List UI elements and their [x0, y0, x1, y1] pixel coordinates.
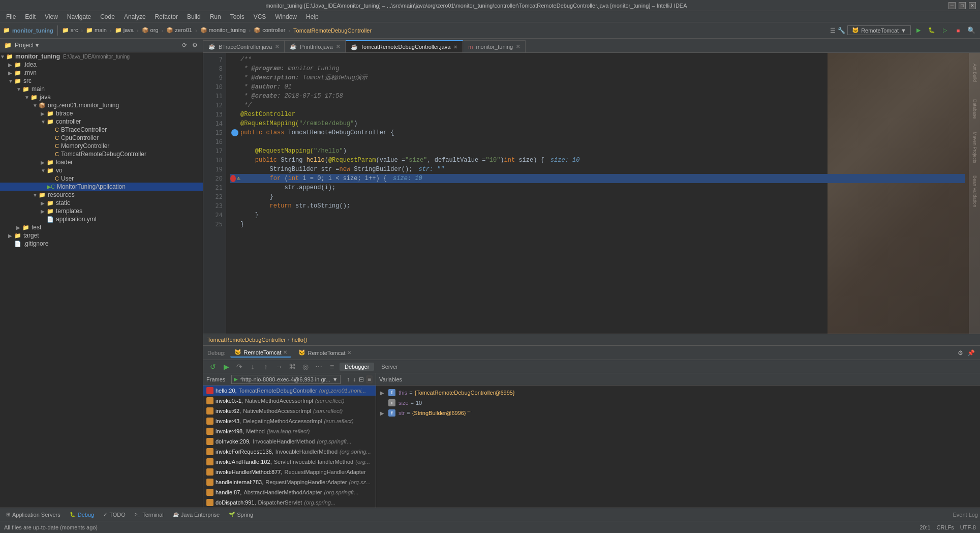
frame-doDispatch[interactable]: doDispatch:991, DispatcherServlet (org.s…	[203, 497, 376, 508]
tree-gitignore[interactable]: ▶ 📄 .gitignore	[0, 240, 203, 248]
menu-edit[interactable]: Edit	[21, 12, 40, 21]
tree-cpu-controller[interactable]: ▶ C CpuController	[0, 134, 203, 142]
event-log-btn[interactable]: Event Log	[953, 512, 978, 518]
menu-help[interactable]: Help	[302, 12, 323, 21]
bottom-tab-todo[interactable]: ✓ TODO	[99, 511, 130, 519]
stop-btn[interactable]: ■	[953, 25, 964, 36]
debug-settings-icon[interactable]: ⚙	[957, 348, 964, 358]
tab-close-btrace[interactable]: ✕	[275, 44, 279, 49]
menu-window[interactable]: Window	[271, 12, 301, 21]
frame-invoke498[interactable]: invoke:498, Method (java.lang.reflect)	[203, 426, 376, 436]
tab-close-printinfo[interactable]: ✕	[336, 44, 340, 49]
frames-down-icon[interactable]: ↓	[352, 375, 357, 384]
settings-icon[interactable]: ⚙	[191, 41, 199, 50]
menu-tools[interactable]: Tools	[226, 12, 249, 21]
tab-close-monitor[interactable]: ✕	[516, 44, 520, 49]
tree-vo[interactable]: ▼ 📁 vo	[0, 166, 203, 174]
tree-memory-controller[interactable]: ▶ C MemoryController	[0, 142, 203, 150]
debugger-tab[interactable]: Debugger	[340, 363, 374, 371]
breadcrumb-java[interactable]: 📁 java	[115, 27, 134, 34]
tree-user[interactable]: ▶ C User	[0, 174, 203, 183]
tab-btrace[interactable]: ☕ BTraceController.java ✕	[203, 40, 285, 52]
var-size[interactable]: ▶ i size = 10	[376, 398, 980, 408]
menu-analyze[interactable]: Analyze	[120, 12, 150, 21]
tree-app-yml[interactable]: ▶ 📄 application.yml	[0, 215, 203, 223]
bottom-tab-spring[interactable]: 🌱 Spring	[225, 511, 257, 519]
tree-src[interactable]: ▼ 📁 src	[0, 77, 203, 85]
debug-tab-close1[interactable]: ✕	[283, 349, 287, 355]
tree-templates[interactable]: ▶ 📁 templates	[0, 207, 203, 215]
breadcrumb-src[interactable]: 📁 src	[62, 27, 78, 34]
var-this[interactable]: ▶ f this = {TomcatRemoteDebugController@…	[376, 388, 980, 398]
tree-btrace-controller[interactable]: ▶ C BTraceController	[0, 126, 203, 134]
frames-filter-icon[interactable]: ⊟	[358, 375, 365, 384]
tree-btrace[interactable]: ▶ 📁 btrace	[0, 109, 203, 117]
bean-validation-icon[interactable]: Bean Validation	[969, 171, 981, 212]
maven-icon-side[interactable]: Maven Projects	[969, 127, 981, 168]
search-btn[interactable]: 🔍	[966, 25, 977, 36]
coverage-btn[interactable]: ▷	[939, 25, 951, 36]
resume-icon[interactable]: ▶	[221, 361, 232, 372]
frame-invokeForRequest[interactable]: invokeForRequest:136, InvocableHandlerMe…	[203, 447, 376, 457]
breadcrumb-zero01[interactable]: 📦 zero01	[166, 27, 192, 34]
bottom-tab-app-servers[interactable]: ⊞ Application Servers	[2, 511, 65, 519]
encoding[interactable]: UTF-8	[960, 524, 976, 530]
minimize-btn[interactable]: ─	[948, 2, 956, 9]
evaluate-icon[interactable]: ⌘	[287, 361, 298, 372]
sync-icon[interactable]: ⟳	[181, 41, 188, 50]
bottom-tab-java-enterprise[interactable]: ☕ Java Enterprise	[169, 511, 224, 519]
menu-code[interactable]: Code	[96, 12, 119, 21]
server-tab[interactable]: Server	[376, 363, 403, 371]
ant-build-icon[interactable]: Ant Build	[969, 55, 981, 91]
tree-tomcat-controller[interactable]: ▶ C TomcatRemoteDebugController	[0, 150, 203, 158]
step-over-icon[interactable]: ↷	[234, 361, 245, 372]
thread-selector[interactable]: ▶ *http-nio-8080-exec-4@6,993 in gr... ▼	[231, 375, 340, 384]
debug-tab-close2[interactable]: ✕	[347, 350, 351, 356]
tree-main-app[interactable]: ▶ ▶C MonitorTuningApplication	[0, 183, 203, 191]
var-str[interactable]: ▶ f str = {StringBuilder@6996} ""	[376, 408, 980, 418]
breadcrumb-org[interactable]: 📦 org	[142, 27, 159, 34]
tree-package[interactable]: ▼ 📦 org.zero01.monitor_tuning	[0, 101, 203, 109]
bottom-tab-terminal[interactable]: >_ Terminal	[131, 511, 168, 519]
menu-view[interactable]: View	[41, 12, 62, 21]
step-into-icon[interactable]: ↓	[247, 361, 258, 372]
frames-settings-icon[interactable]: ≡	[366, 375, 373, 383]
menu-file[interactable]: File	[2, 12, 20, 21]
tree-test[interactable]: ▶ 📁 test	[0, 223, 203, 231]
tree-root[interactable]: ▼ 📁 monitor_tuning E:\Java_IDEA\monitor_…	[0, 52, 203, 61]
breadcrumb-class[interactable]: TomcatRemoteDebugController	[293, 27, 372, 34]
tab-tomcat-debug[interactable]: ☕ TomcatRemoteDebugController.java ✕	[346, 40, 464, 52]
tree-mvn[interactable]: ▶ 📁 .mvn	[0, 69, 203, 77]
breadcrumb-main[interactable]: 📁 main	[86, 27, 107, 34]
menu-build[interactable]: Build	[183, 12, 205, 21]
debug-tab-remote1[interactable]: 🐱 RemoteTomcat ✕	[230, 348, 291, 358]
step-out-icon[interactable]: ↑	[260, 361, 271, 372]
debug-pin-icon[interactable]: 📌	[966, 348, 976, 358]
menu-run[interactable]: Run	[206, 12, 225, 21]
view-bp-icon[interactable]: ⋯	[313, 361, 324, 372]
frame-hello[interactable]: hello:20, TomcatRemoteDebugController (o…	[203, 386, 376, 396]
bottom-tab-debug[interactable]: 🐛 Debug	[66, 511, 98, 519]
frame-invoke0[interactable]: invoke0:-1, NativeMethodAccessorImpl (su…	[203, 396, 376, 406]
restart-debug-icon[interactable]: ↺	[207, 361, 219, 372]
breadcrumb-monitor[interactable]: 📦 monitor_tuning	[200, 27, 246, 34]
mute-bp-icon[interactable]: ◎	[300, 361, 311, 372]
tree-controller[interactable]: ▼ 📁 controller	[0, 117, 203, 126]
menu-vcs[interactable]: VCS	[250, 12, 270, 21]
frame-handleInternal[interactable]: handleInternal:783, RequestMappingHandle…	[203, 477, 376, 487]
tree-static[interactable]: ▶ 📁 static	[0, 199, 203, 207]
tab-close-tomcat[interactable]: ✕	[453, 44, 457, 50]
tab-printinfo[interactable]: ☕ PrintInfo.java ✕	[285, 40, 345, 52]
tree-main[interactable]: ▼ 📁 main	[0, 85, 203, 93]
frame-handle[interactable]: handle:87, AbstractHandlerMethodAdapter …	[203, 487, 376, 497]
get-frames-icon[interactable]: ≡	[326, 361, 338, 372]
frame-doInvoke[interactable]: doInvoke:209, InvocableHandlerMethod (or…	[203, 436, 376, 447]
debug-run-btn[interactable]: 🐛	[926, 25, 937, 36]
code-editor[interactable]: /** * @program: monitor_tuning * @descri…	[226, 53, 969, 334]
tree-target[interactable]: ▶ 📁 target	[0, 231, 203, 240]
breadcrumb-controller[interactable]: 📦 controller	[254, 27, 285, 34]
tree-java[interactable]: ▼ 📁 java	[0, 93, 203, 101]
maximize-btn[interactable]: □	[959, 2, 966, 9]
frame-invokeHandlerMethod[interactable]: invokeHandlerMethod:877, RequestMappingH…	[203, 467, 376, 477]
frames-up-icon[interactable]: ↑	[346, 375, 351, 384]
